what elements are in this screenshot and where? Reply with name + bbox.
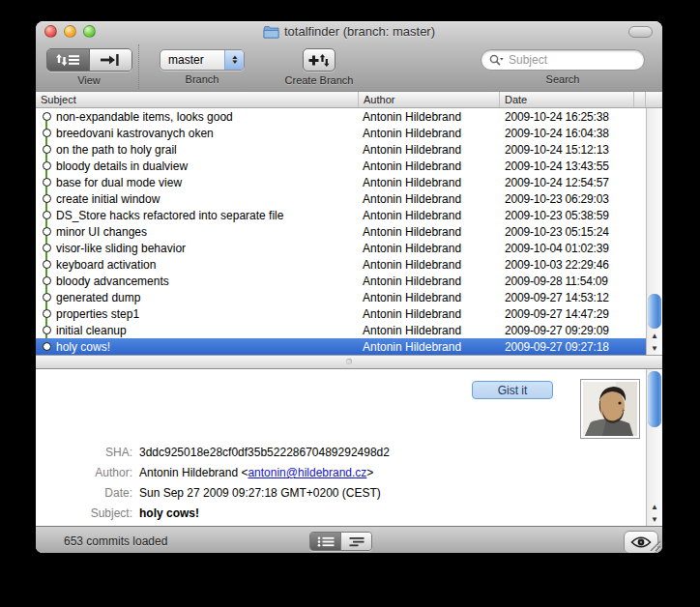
branch-popup[interactable]: master ▲▼ xyxy=(160,49,245,71)
commit-author: Antonin Hildebrand xyxy=(359,340,500,354)
commit-author: Antonin Hildebrand xyxy=(359,176,500,189)
folder-icon xyxy=(263,26,279,39)
table-row[interactable]: bloody advancements Antonin Hildebrand 2… xyxy=(36,273,646,289)
scroll-up-arrow-icon[interactable]: ▲ xyxy=(647,330,662,342)
commit-subject: minor UI changes xyxy=(56,225,147,239)
detail-scroll-up-arrow-icon[interactable]: ▲ xyxy=(647,501,662,513)
commit-date: 2009-10-24 13:43:55 xyxy=(500,159,646,173)
text-lines-icon xyxy=(347,535,366,548)
detail-mode-segmented-control xyxy=(309,532,372,551)
search-input[interactable] xyxy=(507,52,636,68)
title-bar[interactable]: totalfinder (branch: master) xyxy=(36,21,662,43)
commit-date: 2009-10-23 05:38:59 xyxy=(500,209,646,222)
list-scrollbar[interactable]: ▲ ▼ xyxy=(646,108,662,355)
gist-it-label: Gist it xyxy=(498,384,528,397)
table-header: Subject Author Date xyxy=(36,91,662,108)
table-row[interactable]: initial cleanup Antonin Hildebrand 2009-… xyxy=(36,322,646,338)
commit-date: 2009-10-03 22:29:46 xyxy=(500,258,646,272)
commit-author: Antonin Hildebrand xyxy=(359,258,500,272)
commit-subject: holy cows! xyxy=(56,340,110,354)
column-header-date[interactable]: Date xyxy=(500,92,634,107)
column-header-subject[interactable]: Subject xyxy=(36,92,359,107)
table-row[interactable]: non-expandable items, looks good Antonin… xyxy=(36,108,646,125)
table-row[interactable]: bloody details in dualview Antonin Hilde… xyxy=(36,158,646,174)
commit-author: Antonin Hildebrand xyxy=(359,307,500,321)
table-row[interactable]: minor UI changes Antonin Hildebrand 2009… xyxy=(36,223,646,240)
commit-node-icon xyxy=(43,326,51,334)
toolbar-toggle-button[interactable] xyxy=(628,26,653,38)
commit-subject: DS_Store hacks refactored into separate … xyxy=(56,209,283,222)
commit-author: Antonin Hildebrand xyxy=(359,110,500,124)
commit-graph-icon xyxy=(56,54,79,66)
resize-grip[interactable] xyxy=(648,537,660,553)
commit-date: 2009-10-24 16:25:38 xyxy=(500,110,646,124)
create-branch-button[interactable] xyxy=(303,48,335,72)
toolbar: View master ▲▼ Branch xyxy=(36,43,662,91)
commit-date: 2009-09-28 11:54:09 xyxy=(500,275,646,288)
list-scrollbar-thumb[interactable] xyxy=(648,294,661,329)
commit-subject: bloody advancements xyxy=(56,275,169,288)
table-row[interactable]: properties step1 Antonin Hildebrand 2009… xyxy=(36,305,646,322)
pane-splitter[interactable] xyxy=(36,355,662,369)
detail-raw-view-segment[interactable] xyxy=(340,533,371,550)
commit-fields: SHA: 3ddc925018e28cf0df35b52228670489292… xyxy=(36,443,390,524)
commit-subject: initial cleanup xyxy=(56,324,127,337)
view-label: View xyxy=(77,74,101,86)
view-graph-segment[interactable] xyxy=(47,49,89,71)
commit-node-icon xyxy=(43,276,51,285)
table-row[interactable]: visor-like sliding behavior Antonin Hild… xyxy=(36,240,646,256)
commit-author: Antonin Hildebrand xyxy=(359,275,500,288)
detail-scroll-down-arrow-icon[interactable]: ▼ xyxy=(647,513,662,526)
splitter-dimple-icon xyxy=(346,359,352,364)
commit-detail-pane: Gist it SHA: 3ddc925018e28cf0df35b522286… xyxy=(36,369,662,526)
commit-date: 2009-09-27 09:27:18 xyxy=(500,340,646,354)
table-row[interactable]: DS_Store hacks refactored into separate … xyxy=(36,207,646,223)
commit-author: Antonin Hildebrand xyxy=(359,225,500,239)
date-row: Date: Sun Sep 27 2009 09:27:18 GMT+0200 … xyxy=(36,483,390,504)
commit-node-icon xyxy=(43,112,51,121)
commit-node-icon xyxy=(43,309,51,318)
commit-date: 2009-10-23 05:15:24 xyxy=(500,225,646,239)
author-row: Author: Antonin Hildebrand <antonin@hild… xyxy=(36,463,390,483)
commit-subject: keyboard activation xyxy=(56,258,156,272)
create-branch-label: Create Branch xyxy=(285,74,354,86)
search-icon[interactable] xyxy=(489,54,504,66)
detail-scrollbar-thumb[interactable] xyxy=(648,371,661,427)
branch-popup-value: master xyxy=(160,53,224,67)
table-row[interactable]: on the path to holy grail Antonin Hildeb… xyxy=(36,141,646,158)
commit-subject: generated dump xyxy=(56,291,140,304)
scroll-down-arrow-icon[interactable]: ▼ xyxy=(647,342,662,355)
commit-subject: base for dual mode view xyxy=(56,176,182,189)
author-email-link[interactable]: antonin@hildebrand.cz xyxy=(248,466,366,479)
column-header-author[interactable]: Author xyxy=(359,92,500,107)
author-value: Antonin Hildebrand <antonin@hildebrand.c… xyxy=(139,463,373,483)
detail-list-view-segment[interactable] xyxy=(310,533,340,550)
commit-list-pane: non-expandable items, looks good Antonin… xyxy=(36,108,662,355)
table-row[interactable]: keyboard activation Antonin Hildebrand 2… xyxy=(36,256,646,273)
commit-node-icon xyxy=(43,293,51,302)
table-row[interactable]: holy cows! Antonin Hildebrand 2009-09-27… xyxy=(36,338,646,355)
commit-subject: breedovani kastrovanych oken xyxy=(56,127,214,140)
table-row[interactable]: create initial window Antonin Hildebrand… xyxy=(36,190,646,207)
detail-scrollbar[interactable]: ▲ ▼ xyxy=(646,369,662,526)
view-detail-segment[interactable] xyxy=(89,49,131,71)
table-row[interactable]: breedovani kastrovanych oken Antonin Hil… xyxy=(36,125,646,141)
commit-author: Antonin Hildebrand xyxy=(359,143,500,157)
search-label: Search xyxy=(546,73,580,85)
bullet-list-icon xyxy=(316,535,335,548)
gist-it-button[interactable]: Gist it xyxy=(472,381,553,399)
author-avatar xyxy=(580,379,640,439)
popup-stepper-icon: ▲▼ xyxy=(224,50,244,70)
commit-author: Antonin Hildebrand xyxy=(359,291,500,304)
table-row[interactable]: generated dump Antonin Hildebrand 2009-0… xyxy=(36,289,646,305)
commit-author: Antonin Hildebrand xyxy=(359,127,500,140)
search-field[interactable] xyxy=(481,49,645,71)
date-value: Sun Sep 27 2009 09:27:18 GMT+0200 (CEST) xyxy=(139,483,381,504)
commit-list: non-expandable items, looks good Antonin… xyxy=(36,108,646,355)
commit-node-icon xyxy=(43,178,51,187)
commit-subject: visor-like sliding behavior xyxy=(56,242,186,255)
table-row[interactable]: base for dual mode view Antonin Hildebra… xyxy=(36,174,646,190)
commit-date: 2009-10-04 01:02:39 xyxy=(500,242,646,255)
commit-node-icon xyxy=(43,211,51,219)
commit-subject: non-expandable items, looks good xyxy=(56,110,233,124)
